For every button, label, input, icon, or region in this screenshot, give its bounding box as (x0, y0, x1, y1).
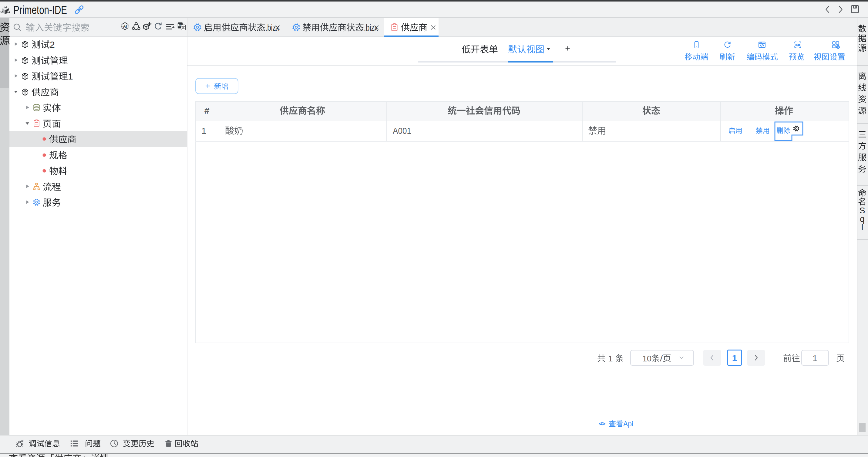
svg-text:/: / (660, 354, 663, 363)
svg-text:1: 1 (202, 126, 207, 135)
svg-text:q: q (860, 214, 865, 224)
svg-text:S: S (860, 206, 865, 215)
svg-text:.bizx: .bizx (266, 23, 279, 32)
svg-text:.bizx: .bizx (364, 23, 378, 32)
svg-text:Api: Api (623, 420, 633, 428)
svg-text:Primeton-IDE: Primeton-IDE (13, 4, 67, 17)
svg-text:l: l (861, 223, 863, 232)
svg-text:10: 10 (642, 354, 651, 363)
svg-text:#: # (205, 105, 210, 116)
svg-text:1: 1 (68, 71, 73, 81)
svg-text:1: 1 (608, 354, 613, 363)
svg-text:1: 1 (812, 354, 817, 363)
svg-text:2: 2 (50, 39, 55, 50)
svg-text:A001: A001 (393, 126, 411, 135)
svg-text:1: 1 (732, 353, 737, 363)
